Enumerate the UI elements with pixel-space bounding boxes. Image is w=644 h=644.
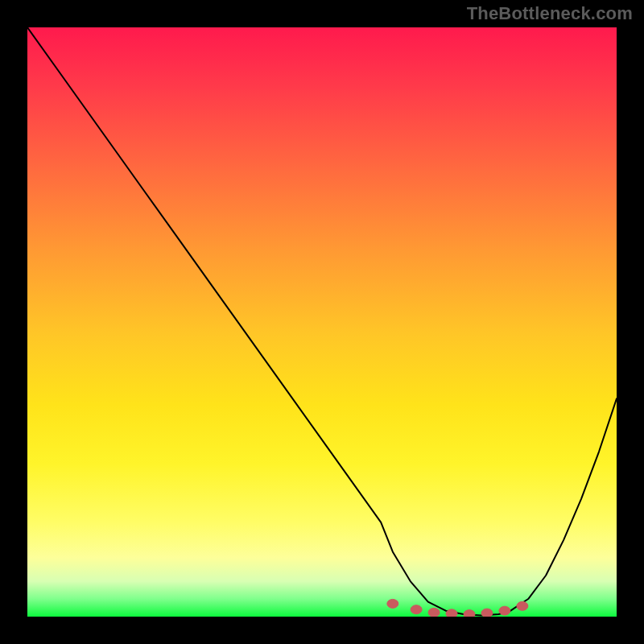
valley-marker (517, 601, 528, 610)
valley-marker (481, 609, 493, 617)
chart-overlay (27, 27, 617, 617)
valley-marker (446, 609, 457, 617)
chart-stage: TheBottleneck.com (0, 0, 644, 644)
bottleneck-curve (27, 27, 617, 616)
valley-marker (464, 610, 475, 617)
valley-marker (411, 605, 422, 614)
valley-marker (428, 608, 440, 617)
watermark-label: TheBottleneck.com (467, 3, 633, 24)
plot-area (27, 27, 617, 617)
valley-marker (499, 606, 510, 615)
valley-marker (387, 599, 398, 608)
valley-markers (387, 599, 528, 617)
